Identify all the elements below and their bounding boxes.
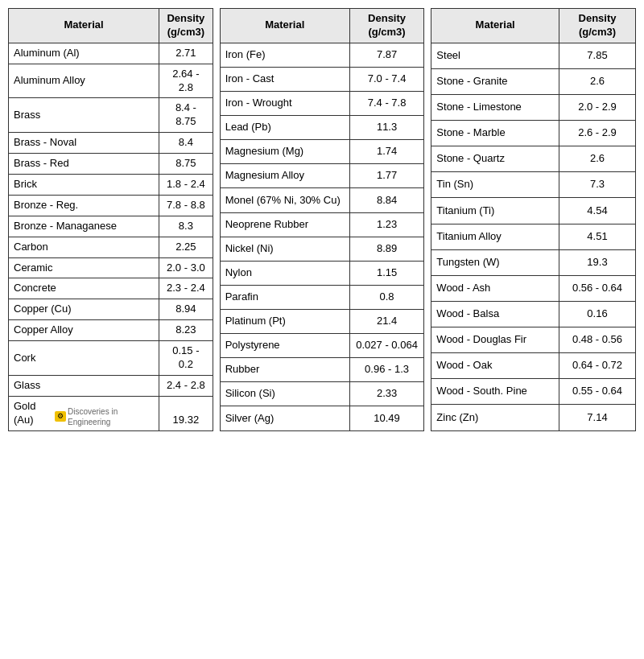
density-cell: 2.71 xyxy=(159,43,213,64)
density-cell: 19.32 xyxy=(159,396,213,430)
table-row: Nickel (Ni)8.89 xyxy=(220,237,424,261)
table-row: Bronze - Reg.7.8 - 8.8 xyxy=(9,195,213,216)
material-cell: Rubber xyxy=(220,358,349,382)
table-row: Stone - Granite2.6 xyxy=(431,68,636,94)
material-cell: Nickel (Ni) xyxy=(220,237,349,261)
material-cell: Steel xyxy=(431,43,559,68)
tables-wrapper: Material Density(g/cm3) Aluminum (Al)2.7… xyxy=(8,8,636,431)
table-row: Wood - Douglas Fir0.48 - 0.56 xyxy=(431,327,636,352)
table-row: Titanium (Ti)4.54 xyxy=(431,198,636,224)
material-cell: Lead (Pb) xyxy=(220,116,349,140)
density-cell: 2.6 xyxy=(559,146,636,172)
density-cell: 7.8 - 8.8 xyxy=(159,195,213,216)
material-cell: Zinc (Zn) xyxy=(431,405,559,430)
density-cell: 11.3 xyxy=(349,116,424,140)
table-1: Material Density(g/cm3) Aluminum (Al)2.7… xyxy=(8,8,213,431)
table-row: Silver (Ag)10.49 xyxy=(220,406,424,430)
material-cell: Iron - Cast xyxy=(220,67,349,91)
table-row: Tin (Sn)7.3 xyxy=(431,172,636,198)
table1-header-material: Material xyxy=(9,9,159,43)
density-cell: 1.23 xyxy=(349,212,424,237)
density-cell: 0.56 - 0.64 xyxy=(559,275,636,301)
density-cell: 2.25 xyxy=(159,237,213,257)
density-cell: 2.6 xyxy=(559,68,636,94)
material-cell: Polystyrene xyxy=(220,334,349,358)
material-cell: Iron - Wrought xyxy=(220,92,349,116)
table-row: Stone - Limestone2.0 - 2.9 xyxy=(431,95,636,121)
density-cell: 0.48 - 0.56 xyxy=(559,327,636,352)
density-cell: 0.027 - 0.064 xyxy=(349,334,424,358)
density-cell: 7.0 - 7.4 xyxy=(349,67,424,91)
material-cell: Wood - Oak xyxy=(431,353,559,379)
table-row: Polystyrene0.027 - 0.064 xyxy=(220,334,424,358)
density-cell: 7.87 xyxy=(349,43,424,67)
density-cell: 2.4 - 2.8 xyxy=(159,375,213,396)
table-row: Stone - Quartz2.6 xyxy=(431,146,636,172)
density-cell: 1.77 xyxy=(349,164,424,188)
density-cell: 8.23 xyxy=(159,320,213,341)
table-row: Copper Alloy8.23 xyxy=(9,320,213,341)
material-cell: Wood - Balsa xyxy=(431,301,559,327)
material-cell: Bronze - Managanese xyxy=(9,216,159,237)
density-cell: 1.74 xyxy=(349,140,424,164)
table-row: Stone - Marble2.6 - 2.9 xyxy=(431,121,636,146)
table-row: Iron - Cast7.0 - 7.4 xyxy=(220,67,424,91)
table-row: Wood - Balsa0.16 xyxy=(431,301,636,327)
material-cell: Brass - Red xyxy=(9,154,159,175)
table-3: Material Density(g/cm3) Steel7.85Stone -… xyxy=(431,8,636,431)
table-row: Titanium Alloy4.51 xyxy=(431,224,636,249)
table-row: Iron (Fe)7.87 xyxy=(220,43,424,67)
density-cell: 0.55 - 0.64 xyxy=(559,379,636,405)
table-row: Brass - Noval8.4 xyxy=(9,133,213,154)
material-cell: Monel (67% Ni, 30% Cu) xyxy=(220,188,349,212)
density-cell: 10.49 xyxy=(349,406,424,430)
table-row: Brass8.4 - 8.75 xyxy=(9,98,213,133)
table-row: Copper (Cu)8.94 xyxy=(9,299,213,320)
table-row: Rubber0.96 - 1.3 xyxy=(220,358,424,382)
density-cell: 0.64 - 0.72 xyxy=(559,353,636,379)
density-cell: 0.16 xyxy=(559,301,636,327)
material-cell: Wood - Douglas Fir xyxy=(431,327,559,352)
table-row: Wood - Ash0.56 - 0.64 xyxy=(431,275,636,301)
material-cell: Gold (Au)⚙Discoveries in Engineering xyxy=(9,396,159,430)
material-cell: Parafin xyxy=(220,285,349,309)
table-row: Aluminum Alloy2.64 - 2.8 xyxy=(9,64,213,98)
table-row: Brick1.8 - 2.4 xyxy=(9,175,213,196)
material-cell: Nylon xyxy=(220,261,349,285)
table-row: Wood - South. Pine0.55 - 0.64 xyxy=(431,379,636,405)
table-row: Silicon (Si)2.33 xyxy=(220,382,424,406)
density-cell: 8.4 xyxy=(159,133,213,154)
table-row: Tungsten (W)19.3 xyxy=(431,249,636,275)
material-cell: Titanium (Ti) xyxy=(431,198,559,224)
table-row: Wood - Oak0.64 - 0.72 xyxy=(431,353,636,379)
density-cell: 7.4 - 7.8 xyxy=(349,92,424,116)
material-cell: Cork xyxy=(9,341,159,376)
density-cell: 21.4 xyxy=(349,309,424,333)
table-row: Parafin0.8 xyxy=(220,285,424,309)
table-row: Glass2.4 - 2.8 xyxy=(9,375,213,396)
material-cell: Silver (Ag) xyxy=(220,406,349,430)
material-cell: Silicon (Si) xyxy=(220,382,349,406)
density-cell: 8.3 xyxy=(159,216,213,237)
material-cell: Iron (Fe) xyxy=(220,43,349,67)
density-cell: 7.14 xyxy=(559,405,636,430)
table1-header-density: Density(g/cm3) xyxy=(159,9,213,43)
material-cell: Magnesium (Mg) xyxy=(220,140,349,164)
table-row: Magnesium (Mg)1.74 xyxy=(220,140,424,164)
material-cell: Wood - Ash xyxy=(431,275,559,301)
table-row: Carbon2.25 xyxy=(9,237,213,257)
material-cell: Bronze - Reg. xyxy=(9,195,159,216)
material-cell: Stone - Marble xyxy=(431,121,559,146)
table-row: Iron - Wrought7.4 - 7.8 xyxy=(220,92,424,116)
material-cell: Neoprene Rubber xyxy=(220,212,349,237)
density-cell: 0.8 xyxy=(349,285,424,309)
density-cell: 19.3 xyxy=(559,249,636,275)
material-cell: Stone - Granite xyxy=(431,68,559,94)
density-cell: 2.6 - 2.9 xyxy=(559,121,636,146)
table-2: Material Density(g/cm3) Iron (Fe)7.87Iro… xyxy=(220,8,425,431)
density-cell: 4.51 xyxy=(559,224,636,249)
density-cell: 8.84 xyxy=(349,188,424,212)
density-cell: 8.89 xyxy=(349,237,424,261)
table3-header-density: Density(g/cm3) xyxy=(559,9,636,43)
material-cell: Magnesium Alloy xyxy=(220,164,349,188)
